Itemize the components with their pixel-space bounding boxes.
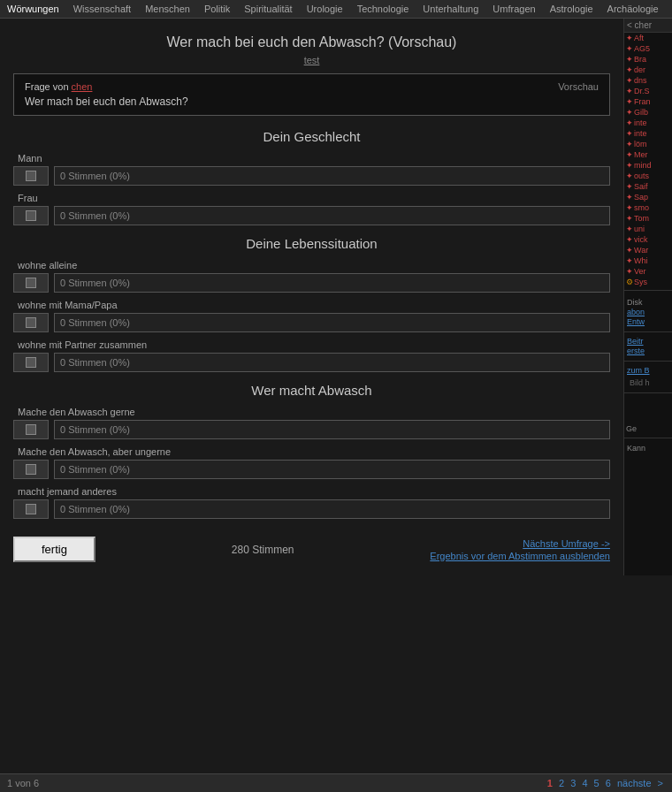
checkbox-alleine[interactable] (26, 278, 36, 288)
sidebar-user-sap[interactable]: ✦Sap (624, 192, 672, 202)
nav-item-technologie[interactable]: Technologie (350, 0, 416, 18)
star-icon: ✦ (626, 161, 633, 170)
checkbox-wrap-gerne[interactable] (13, 420, 49, 439)
bottom-bar: 1 von 6 1 2 3 4 5 6 nächste > (0, 773, 672, 792)
vote-group-gerne: Mache den Abwasch gerne 0 Stimmen (0%) (13, 407, 610, 439)
hide-result-link[interactable]: Ergebnis vor dem Abstimmen ausblenden (430, 551, 610, 561)
sidebar-user-smo[interactable]: ✦smo (624, 202, 672, 213)
nav-item-urologie[interactable]: Urologie (300, 0, 350, 18)
checkbox-mann[interactable] (26, 171, 36, 181)
beitr-section: Beitr erste (624, 335, 672, 358)
star-icon: ✦ (626, 214, 633, 223)
checkbox-partner[interactable] (26, 357, 36, 368)
checkbox-wrap-jemand-anderes[interactable] (13, 499, 49, 519)
checkbox-wrap-frau[interactable] (13, 206, 49, 225)
sidebar-user-dns[interactable]: ✦dns (624, 75, 672, 86)
sidebar-user-fran[interactable]: ✦Fran (624, 96, 672, 107)
entw-link[interactable]: Entw (627, 317, 669, 326)
sidebar-user-loem[interactable]: ✦löm (624, 139, 672, 149)
star-icon: ✦ (626, 140, 633, 148)
vote-label-ungerne: Mache den Abwasch, aber ungerne (13, 446, 610, 457)
sidebar-divider3 (624, 361, 672, 362)
sidebar-user-saif[interactable]: ✦Saif (624, 181, 672, 192)
nav-item-archaeologie[interactable]: Archäologie (600, 0, 666, 18)
sidebar-user-inte1[interactable]: ✦inte (624, 118, 672, 128)
vote-row-partner: 0 Stimmen (0%) (13, 353, 610, 372)
nav-item-woerwungen[interactable]: Wörwungen (0, 0, 66, 18)
vote-bar-text-alleine: 0 Stimmen (0%) (60, 278, 130, 288)
checkbox-wrap-mama-papa[interactable] (13, 313, 49, 332)
sidebar-user-vick[interactable]: ✦vick (624, 234, 672, 245)
sidebar-user-drs[interactable]: ✦Dr.S (624, 86, 672, 96)
vote-bar-text-frau: 0 Stimmen (0%) (60, 210, 130, 221)
vote-group-alleine: wohne alleine 0 Stimmen (0%) (13, 260, 610, 293)
page-link-3[interactable]: 3 (570, 778, 576, 788)
nav-item-wissenschaft[interactable]: Wissenschaft (66, 0, 138, 18)
zum-link[interactable]: zum B (627, 366, 669, 375)
layout: Wer mach bei euch den Abwasch? (Vorschau… (0, 19, 672, 575)
page-title: Wer mach bei euch den Abwasch? (Vorschau… (13, 34, 610, 50)
nav-item-spiritualitaet[interactable]: Spiritualität (237, 0, 299, 18)
sidebar-user-inte2[interactable]: ✦inte (624, 128, 672, 139)
checkbox-mama-papa[interactable] (26, 317, 36, 328)
sidebar-user-ver[interactable]: ✦Ver (624, 266, 672, 277)
question-author: Frage von chen (25, 81, 92, 92)
nav-item-astrologie[interactable]: Astrologie (543, 0, 600, 18)
sidebar-user-uni[interactable]: ✦uni (624, 224, 672, 234)
kann-section: Kann (624, 441, 672, 455)
vote-row-mann: 0 Stimmen (0%) (13, 166, 610, 186)
checkbox-frau[interactable] (26, 210, 36, 221)
sidebar-user-aft[interactable]: ✦Aft (624, 33, 672, 43)
nav-item-menschen[interactable]: Menschen (138, 0, 197, 18)
sidebar-user-ag5[interactable]: ✦AG5 (624, 43, 672, 54)
page-link-5[interactable]: 5 (594, 778, 599, 788)
footer-row: fertig 280 Stimmen Nächste Umfrage -> Er… (13, 532, 610, 567)
next-arrow-link[interactable]: > (658, 778, 663, 788)
nav-item-unterhaltung[interactable]: Unterhaltung (416, 0, 485, 18)
checkbox-wrap-partner[interactable] (13, 353, 49, 372)
erste-link[interactable]: erste (627, 346, 669, 355)
star-icon: ✦ (626, 118, 633, 127)
sidebar-user-bra[interactable]: ✦Bra (624, 54, 672, 65)
vote-label-partner: wohne mit Partner zusammen (13, 339, 610, 350)
checkbox-wrap-alleine[interactable] (13, 273, 49, 293)
sidebar-user-mer[interactable]: ✦Mer (624, 149, 672, 160)
checkbox-ungerne[interactable] (26, 464, 36, 475)
vote-bar-ungerne: 0 Stimmen (0%) (54, 460, 610, 479)
sidebar-user-outs[interactable]: ✦outs (624, 171, 672, 181)
subtitle-link[interactable]: test (304, 55, 320, 65)
next-page-link[interactable]: nächste (617, 778, 652, 788)
page-link-2[interactable]: 2 (559, 778, 564, 788)
sidebar-divider5 (624, 438, 672, 438)
vote-row-jemand-anderes: 0 Stimmen (0%) (13, 499, 610, 519)
sidebar-user-mind[interactable]: ✦mind (624, 160, 672, 171)
checkbox-gerne[interactable] (26, 424, 36, 435)
vote-group-mann: Mann 0 Stimmen (0%) (13, 153, 610, 186)
author-link[interactable]: chen (72, 81, 93, 92)
sidebar-user-der[interactable]: ✦der (624, 65, 672, 75)
sidebar-user-sys[interactable]: ⚙Sys (624, 277, 672, 287)
next-umfrage-link[interactable]: Nächste Umfrage -> (523, 538, 610, 549)
star-icon: ✦ (626, 256, 633, 265)
nav-item-umfragen[interactable]: Umfragen (485, 0, 542, 18)
sidebar-divider2 (624, 331, 672, 332)
vote-bar-partner: 0 Stimmen (0%) (54, 353, 610, 372)
vote-bar-alleine: 0 Stimmen (0%) (54, 273, 610, 293)
sidebar-user-war[interactable]: ✦War (624, 245, 672, 255)
star-icon: ✦ (626, 65, 633, 74)
vote-group-mama-papa: wohne mit Mama/Papa 0 Stimmen (0%) (13, 300, 610, 332)
checkbox-jemand-anderes[interactable] (26, 504, 36, 514)
fertig-button[interactable]: fertig (13, 537, 95, 562)
beitr-link[interactable]: Beitr (627, 337, 669, 346)
sidebar-user-gilb[interactable]: ✦Gilb (624, 107, 672, 118)
sidebar-user-tom[interactable]: ✦Tom (624, 213, 672, 224)
nav-item-politik[interactable]: Politik (197, 0, 237, 18)
page-link-6[interactable]: 6 (606, 778, 611, 788)
sidebar-user-whi[interactable]: ✦Whi (624, 255, 672, 266)
sidebar-collapse-header[interactable]: < cher (624, 19, 672, 33)
page-link-1[interactable]: 1 (547, 778, 553, 788)
checkbox-wrap-mann[interactable] (13, 166, 49, 186)
page-link-4[interactable]: 4 (582, 778, 587, 788)
abon-link[interactable]: abon (627, 308, 669, 316)
checkbox-wrap-ungerne[interactable] (13, 460, 49, 479)
